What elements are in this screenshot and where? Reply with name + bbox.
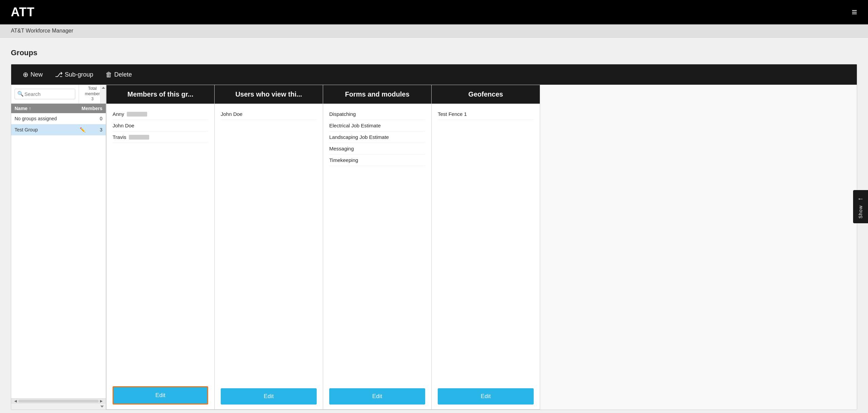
list-item: Dispatching bbox=[329, 108, 425, 120]
scroll-track[interactable] bbox=[18, 400, 99, 402]
list-item: Timekeeping bbox=[329, 154, 425, 166]
list-item: Electrical Job Estimate bbox=[329, 120, 425, 131]
card-footer-forms: Edit bbox=[323, 384, 431, 409]
page-title: Groups bbox=[11, 48, 857, 57]
table-header: Name ↑ Members bbox=[11, 104, 106, 113]
subgroup-label: Sub-group bbox=[65, 71, 93, 78]
delete-label: Delete bbox=[114, 71, 132, 78]
table-body: No groups assigned 0 Test Group ✏️ 3 bbox=[11, 113, 106, 398]
subtitle-text: AT&T Workforce Manager bbox=[11, 28, 73, 34]
search-section: 🔍 bbox=[11, 85, 79, 103]
left-panel: 🔍 Total member 3 Name ↑ bbox=[11, 85, 106, 410]
show-panel[interactable]: ← Show bbox=[853, 190, 868, 223]
edit-button-geofences[interactable]: Edit bbox=[438, 388, 534, 405]
card-body-viewers: John Doe bbox=[215, 104, 323, 384]
content-area: 🔍 Total member 3 Name ↑ bbox=[11, 85, 857, 410]
scroll-left-arrow[interactable]: ◀ bbox=[13, 399, 18, 403]
subgroup-button[interactable]: ⎇ Sub-group bbox=[50, 68, 98, 81]
list-item: John Doe bbox=[221, 108, 317, 120]
scroll-up-arrow[interactable] bbox=[102, 87, 105, 89]
delete-icon: 🗑 bbox=[105, 71, 112, 79]
list-item: Test Fence 1 bbox=[438, 108, 534, 120]
card-header-members: Members of this gr... bbox=[106, 85, 214, 104]
card-body-geofences: Test Fence 1 bbox=[432, 104, 540, 384]
card-header-viewers: Users who view thi... bbox=[215, 85, 323, 104]
app-logo: ATT bbox=[11, 5, 35, 19]
card-members: Members of this gr...AnnyJohn DoeTravisE… bbox=[106, 85, 215, 410]
item-name: Anny bbox=[113, 111, 124, 117]
list-item: Travis bbox=[113, 131, 208, 143]
list-item: Landscaping Job Estimate bbox=[329, 131, 425, 143]
edit-button-forms[interactable]: Edit bbox=[329, 388, 425, 405]
scroll-down-arrow[interactable] bbox=[100, 406, 104, 408]
row-edit-icon[interactable]: ✏️ bbox=[80, 127, 85, 132]
list-item: John Doe bbox=[113, 120, 208, 131]
show-panel-arrow: ← bbox=[857, 194, 864, 202]
scroll-up-area bbox=[100, 85, 106, 103]
list-item: Anny bbox=[113, 108, 208, 120]
edit-button-viewers[interactable]: Edit bbox=[221, 388, 317, 405]
row-members: 3 bbox=[85, 127, 102, 132]
item-name: Test Fence 1 bbox=[438, 111, 467, 117]
card-body-members: AnnyJohn DoeTravis bbox=[106, 104, 214, 381]
card-viewers: Users who view thi...John DoeEdit bbox=[215, 85, 323, 410]
delete-button[interactable]: 🗑 Delete bbox=[101, 68, 137, 81]
item-name: Timekeeping bbox=[329, 157, 358, 163]
table-row[interactable]: Test Group ✏️ 3 bbox=[11, 124, 106, 136]
col-members-header: Members bbox=[79, 106, 102, 111]
item-name: Landscaping Job Estimate bbox=[329, 134, 389, 140]
item-name: Travis bbox=[113, 134, 126, 140]
card-footer-viewers: Edit bbox=[215, 384, 323, 409]
list-item: Messaging bbox=[329, 143, 425, 154]
card-header-geofences: Geofences bbox=[432, 85, 540, 104]
new-label: New bbox=[31, 71, 43, 78]
toolbar: ⊕ New ⎇ Sub-group 🗑 Delete bbox=[11, 64, 857, 85]
top-bar: ATT ≡ bbox=[0, 0, 868, 24]
item-name: John Doe bbox=[221, 111, 242, 117]
horizontal-scrollbar[interactable]: ◀ ▶ bbox=[11, 398, 106, 403]
row-name: No groups assigned bbox=[15, 116, 85, 121]
table-row[interactable]: No groups assigned 0 bbox=[11, 113, 106, 124]
new-button[interactable]: ⊕ New bbox=[18, 68, 47, 81]
card-footer-members: Edit bbox=[106, 381, 214, 409]
right-panel: Members of this gr...AnnyJohn DoeTravisE… bbox=[106, 85, 857, 410]
menu-icon[interactable]: ≡ bbox=[852, 7, 857, 18]
item-blurred bbox=[127, 112, 147, 117]
search-icon: 🔍 bbox=[17, 91, 24, 97]
edit-button-members[interactable]: Edit bbox=[113, 386, 208, 405]
card-forms: Forms and modulesDispatchingElectrical J… bbox=[323, 85, 432, 410]
item-name: Messaging bbox=[329, 146, 354, 151]
card-body-forms: DispatchingElectrical Job EstimateLandsc… bbox=[323, 104, 431, 384]
row-members: 0 bbox=[85, 116, 102, 121]
scroll-down-area bbox=[11, 403, 106, 410]
col-name-header[interactable]: Name ↑ bbox=[15, 106, 79, 111]
subgroup-icon: ⎇ bbox=[55, 70, 63, 79]
item-name: John Doe bbox=[113, 123, 134, 128]
item-name: Dispatching bbox=[329, 111, 356, 117]
new-icon: ⊕ bbox=[23, 70, 28, 79]
row-name: Test Group bbox=[15, 127, 78, 132]
card-footer-geofences: Edit bbox=[432, 384, 540, 409]
sub-header: AT&T Workforce Manager bbox=[0, 24, 868, 38]
page-content: Groups ⊕ New ⎇ Sub-group 🗑 Delete bbox=[0, 38, 868, 413]
item-blurred bbox=[129, 135, 149, 140]
show-panel-label: Show bbox=[858, 205, 863, 218]
main-container: ⊕ New ⎇ Sub-group 🗑 Delete 🔍 bbox=[11, 64, 857, 410]
card-geofences: GeofencesTest Fence 1Edit bbox=[432, 85, 540, 410]
scroll-right-arrow[interactable]: ▶ bbox=[99, 399, 104, 403]
item-name: Electrical Job Estimate bbox=[329, 123, 381, 128]
search-total-row: 🔍 Total member 3 bbox=[11, 85, 106, 104]
card-header-forms: Forms and modules bbox=[323, 85, 431, 104]
